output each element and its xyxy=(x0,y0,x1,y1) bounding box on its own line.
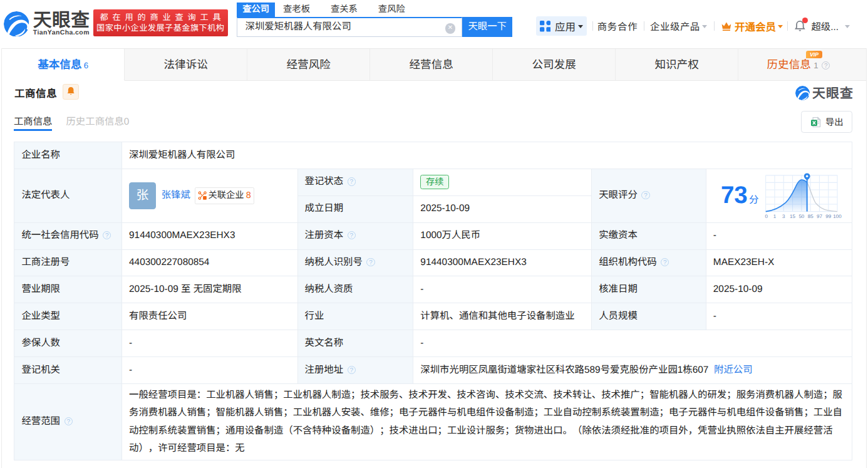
svg-text:97: 97 xyxy=(817,213,822,218)
svg-text:100: 100 xyxy=(834,213,842,218)
svg-text:0: 0 xyxy=(765,213,768,218)
svg-text:99: 99 xyxy=(825,213,831,218)
svg-text:85: 85 xyxy=(808,213,814,218)
svg-text:50: 50 xyxy=(799,213,805,218)
svg-text:15: 15 xyxy=(790,213,795,218)
svg-text:3: 3 xyxy=(782,213,785,218)
svg-text:1: 1 xyxy=(773,213,776,218)
